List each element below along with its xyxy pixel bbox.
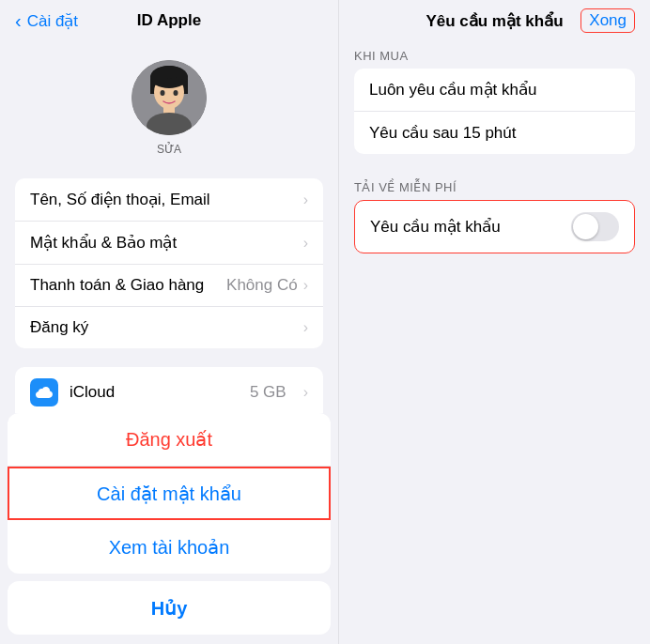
settings-row-payment[interactable]: Thanh toán & Giao hàng Không Có › [15, 265, 323, 307]
settings-row-subscription[interactable]: Đăng ký › [15, 307, 323, 348]
right-panel: Yêu cầu mật khẩu Xong KHI MUA Luôn yêu c… [338, 0, 650, 644]
set-password-label: Cài đặt mật khẩu [97, 483, 241, 505]
free-dl-header: TẢI VỀ MIỄN PHÍ [339, 173, 650, 200]
settings-label-name: Tên, Số điện thoại, Email [30, 190, 303, 209]
free-dl-row: Yêu cầu mật khẩu [355, 201, 634, 253]
settings-label-subscription: Đăng ký [30, 318, 303, 337]
settings-label-payment: Thanh toán & Giao hàng [30, 276, 226, 295]
profile-section: SỬA [0, 41, 338, 178]
always-require-label: Luôn yêu cầu mật khẩu [369, 80, 620, 100]
settings-row-password[interactable]: Mật khẩu & Bảo mật › [15, 222, 323, 265]
always-require-row[interactable]: Luôn yêu cầu mật khẩu [354, 69, 635, 112]
icloud-chevron-icon: › [303, 384, 308, 401]
require-15min-row[interactable]: Yêu cầu sau 15 phút [354, 112, 635, 154]
toggle-knob [573, 214, 598, 239]
edit-label[interactable]: SỬA [157, 143, 181, 156]
svg-point-5 [161, 90, 165, 96]
settings-group-1: Tên, Số điện thoại, Email › Mật khẩu & B… [15, 178, 323, 348]
page-title-right: Yêu cầu mật khẩu [426, 11, 563, 31]
view-account-label: Xem tài khoản [109, 536, 230, 559]
nav-bar-left: ‹ Cài đặt ID Apple [0, 0, 338, 41]
free-download-group: Yêu cầu mật khẩu [354, 200, 635, 253]
done-button[interactable]: Xong [580, 8, 635, 33]
payment-value: Không Có [226, 276, 298, 295]
svg-point-6 [174, 90, 178, 96]
back-button[interactable]: ‹ Cài đặt [15, 10, 78, 32]
svg-point-4 [150, 66, 188, 88]
settings-row-name[interactable]: Tên, Số điện thoại, Email › [15, 178, 323, 222]
view-account-button[interactable]: Xem tài khoản [8, 520, 331, 574]
back-chevron-icon: ‹ [15, 10, 22, 32]
chevron-right-icon-4: › [303, 319, 308, 336]
action-sheet-group: Đăng xuất Cài đặt mật khẩu Xem tài khoản [8, 413, 331, 574]
avatar-image [132, 60, 207, 135]
require-15min-label: Yêu cầu sau 15 phút [369, 123, 620, 143]
chevron-right-icon-3: › [303, 277, 308, 294]
left-panel: ‹ Cài đặt ID Apple [0, 0, 338, 644]
when-buy-group: Luôn yêu cầu mật khẩu Yêu cầu sau 15 phú… [354, 69, 635, 154]
set-password-button[interactable]: Cài đặt mật khẩu [8, 467, 331, 520]
icloud-row[interactable]: iCloud 5 GB › [15, 367, 323, 419]
logout-label: Đăng xuất [126, 428, 212, 451]
settings-label-password: Mật khẩu & Bảo mật [30, 233, 303, 253]
chevron-right-icon: › [303, 192, 308, 208]
logout-button[interactable]: Đăng xuất [8, 413, 331, 467]
page-title-left: ID Apple [137, 11, 201, 30]
when-buy-header: KHI MUA [339, 41, 650, 69]
cancel-button[interactable]: Hủy [8, 581, 331, 635]
icloud-label: iCloud [70, 383, 239, 402]
back-label: Cài đặt [27, 11, 78, 31]
icloud-value: 5 GB [250, 383, 286, 402]
chevron-right-icon-2: › [303, 235, 308, 252]
free-dl-label: Yêu cầu mật khẩu [370, 217, 571, 237]
nav-bar-right: Yêu cầu mật khẩu Xong [339, 0, 650, 41]
action-sheet: Đăng xuất Cài đặt mật khẩu Xem tài khoản… [0, 413, 338, 644]
icloud-icon [30, 378, 58, 406]
avatar[interactable] [132, 60, 207, 135]
password-toggle[interactable] [571, 212, 619, 241]
cancel-label: Hủy [151, 597, 188, 620]
